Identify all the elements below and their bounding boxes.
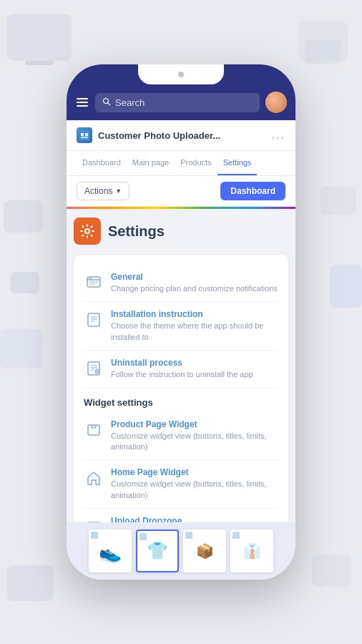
box-icon: 📦 xyxy=(196,542,214,560)
svg-point-9 xyxy=(89,278,90,279)
svg-line-1 xyxy=(108,102,110,104)
dashboard-button[interactable]: Dashboard xyxy=(220,182,285,200)
app-header: Customer Photo Uploader... ... xyxy=(67,120,295,151)
installation-title: Installation instruction xyxy=(111,309,278,319)
app-menu-dots-button[interactable]: ... xyxy=(272,129,285,142)
hamburger-line-2 xyxy=(77,102,88,103)
svg-rect-13 xyxy=(88,313,99,326)
bottom-image-strip: 👟 👕 📦 👔 xyxy=(67,522,295,580)
settings-item-product-widget[interactable]: Product Page Widget Customize widget vie… xyxy=(84,412,278,461)
uninstall-desc: Follow the instruction to uninstall the … xyxy=(111,369,253,380)
installation-desc: Choose the theme where the app should be… xyxy=(111,321,278,343)
tshirt-icon: 👔 xyxy=(243,542,261,560)
settings-item-uninstall[interactable]: Uninstall process Follow the instruction… xyxy=(84,351,278,388)
tab-main-page[interactable]: Main page xyxy=(127,151,175,175)
settings-item-upload-dropzone[interactable]: Upload Dropzone Set the display of the p… xyxy=(84,509,278,522)
phone-shell: Search Customer Photo Uploader... xyxy=(67,64,295,580)
thumb-shoe[interactable]: 👟 xyxy=(89,530,132,572)
svg-rect-4 xyxy=(85,133,88,136)
installation-content: Installation instruction Choose the them… xyxy=(111,309,278,343)
app-title-text: Customer Photo Uploader... xyxy=(98,130,220,141)
widget-section-title: Widget settings xyxy=(84,389,278,412)
search-bar[interactable]: Search xyxy=(95,93,260,112)
home-widget-title: Home Page Widget xyxy=(111,467,278,477)
tab-dashboard[interactable]: Dashboard xyxy=(77,151,127,175)
avatar-image xyxy=(265,92,287,113)
general-desc: Change pricing plan and customize notifi… xyxy=(111,283,278,294)
search-placeholder-text: Search xyxy=(115,97,145,108)
actions-dropdown-button[interactable]: Actions ▼ xyxy=(77,182,129,200)
thumb-tshirt[interactable]: 👔 xyxy=(230,530,273,572)
svg-point-6 xyxy=(85,229,89,233)
action-bar: Actions ▼ Dashboard xyxy=(67,176,295,207)
search-icon xyxy=(102,97,111,108)
upload-dropzone-content: Upload Dropzone Set the display of the p… xyxy=(111,516,278,522)
tab-products[interactable]: Products xyxy=(175,151,217,175)
installation-icon xyxy=(84,310,104,330)
home-widget-icon xyxy=(84,468,104,488)
product-widget-content: Product Page Widget Customize widget vie… xyxy=(111,419,278,453)
actions-label: Actions xyxy=(84,186,112,196)
uninstall-content: Uninstall process Follow the instruction… xyxy=(111,358,253,380)
svg-rect-3 xyxy=(81,133,84,136)
general-icon xyxy=(84,273,104,293)
app-header-left: Customer Photo Uploader... xyxy=(77,127,220,143)
settings-icon-box xyxy=(74,218,101,245)
user-avatar[interactable] xyxy=(265,92,287,113)
hamburger-line-1 xyxy=(77,98,88,99)
camera-dot xyxy=(178,72,184,77)
hamburger-line-3 xyxy=(77,105,88,107)
page-title: Settings xyxy=(108,223,165,240)
upload-dropzone-title: Upload Dropzone xyxy=(111,516,278,522)
phone-screen: Search Customer Photo Uploader... xyxy=(67,64,295,580)
svg-point-10 xyxy=(91,278,92,279)
page-header: Settings xyxy=(74,218,288,245)
product-widget-icon xyxy=(84,420,104,440)
hamburger-menu-button[interactable] xyxy=(75,97,89,108)
thumb-box[interactable]: 📦 xyxy=(183,530,226,572)
home-widget-content: Home Page Widget Customize widget view (… xyxy=(111,467,278,501)
settings-item-home-widget[interactable]: Home Page Widget Customize widget view (… xyxy=(84,460,278,509)
main-content: Settings xyxy=(67,209,295,522)
settings-gear-icon xyxy=(79,223,95,239)
phone-notch xyxy=(138,64,224,84)
product-widget-desc: Customize widget view (buttons, titles, … xyxy=(111,431,278,453)
sub-nav-tabs: Dashboard Main page Products Settings xyxy=(67,151,295,176)
settings-item-installation[interactable]: Installation instruction Choose the them… xyxy=(84,302,278,351)
shoe-icon: 👟 xyxy=(99,542,122,564)
app-icon xyxy=(77,127,92,143)
shirt-icon: 👕 xyxy=(147,541,168,561)
thumb-shirt[interactable]: 👕 xyxy=(136,530,179,572)
settings-card: General Change pricing plan and customiz… xyxy=(74,255,288,522)
uninstall-icon xyxy=(84,358,104,379)
home-widget-desc: Customize widget view (buttons, titles, … xyxy=(111,479,278,501)
product-widget-title: Product Page Widget xyxy=(111,419,278,429)
svg-point-24 xyxy=(93,425,94,426)
settings-item-general[interactable]: General Change pricing plan and customiz… xyxy=(84,265,278,302)
svg-rect-5 xyxy=(81,137,88,138)
general-content: General Change pricing plan and customiz… xyxy=(111,272,278,294)
general-title: General xyxy=(111,272,278,282)
upload-dropzone-icon xyxy=(84,517,104,522)
actions-chevron-icon: ▼ xyxy=(115,187,122,195)
uninstall-title: Uninstall process xyxy=(111,358,253,368)
tab-settings[interactable]: Settings xyxy=(217,151,258,175)
